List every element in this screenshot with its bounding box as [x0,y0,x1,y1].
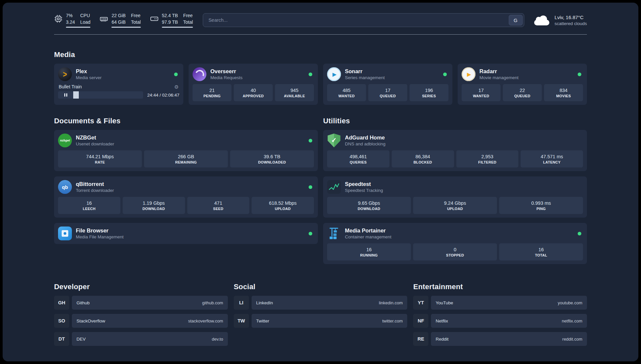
cpu-percent: 7% [66,13,75,18]
section-title-documents: Documents & Files [54,117,318,125]
memory-free-label: Free [131,13,141,18]
stat-tile: 834 MOVIES [544,84,583,101]
bookmark-linkedin[interactable]: LI LinkedIn linkedin.com [234,296,408,310]
bookmark-stackoverflow[interactable]: SO StackOverflow stackoverflow.com [54,314,228,328]
section-title-media: Media [54,50,587,59]
bookmark-name: Github [76,300,90,305]
media-section: Media Plex Media server Bullet Train [54,50,587,105]
filebrowser-icon [58,227,72,240]
stat-tile: 266 GB REMAINING [144,150,228,167]
bookmark-abbr: GH [54,296,69,310]
bookmark-abbr: SO [54,314,69,328]
service-name: Radarr [479,68,574,75]
stat-label: FILTERED [478,160,496,164]
stat-tile: 945 AVAILABLE [275,84,314,101]
stat-label: STOPPED [446,253,464,257]
stat-value: 22 [520,88,525,93]
weather-widget[interactable]: Lviv, 16.87°C scattered clouds [534,15,587,26]
service-card-speedtest[interactable]: Speedtest Speedtest Tracking 9.65 Gbps D… [323,176,587,218]
search-input[interactable] [203,13,524,27]
bookmark-abbr: YT [413,296,428,310]
sonarr-icon [327,67,341,81]
bookmark-netflix[interactable]: NF Netflix netflix.com [413,314,587,328]
service-desc: Usenet downloader [76,141,305,146]
stat-label: UPLOAD [447,207,463,211]
stat-value: 9.65 Gbps [358,200,380,206]
bookmark-group-developer: Developer GH Github github.com SO StackO… [54,283,228,346]
overseerr-icon [193,67,206,81]
stat-value: 618.52 Mbps [269,200,297,206]
stat-value: 16 [86,200,92,206]
playback-time: 24:44 / 02:06:47 [147,93,179,98]
section-title-developer: Developer [54,283,228,291]
stat-value: 86,384 [415,154,430,159]
playback-progress-bar[interactable] [73,91,143,99]
qbittorrent-icon [58,180,72,194]
disk-free: 52.4 TB [162,13,178,18]
stat-value: 471 [214,200,222,206]
stat-value: 0.993 ms [531,200,551,206]
bookmark-reddit[interactable]: RE Reddit reddit.com [413,332,587,346]
bookmark-dev[interactable]: DT DEV dev.to [54,332,228,346]
service-name: qBittorrent [76,181,305,188]
pause-button[interactable] [58,91,73,99]
stat-tile: 9.24 Gbps UPLOAD [413,197,497,214]
stat-value: 485 [343,88,351,93]
service-card-radarr[interactable]: Radarr Movie management 17 WANTED 22 QUE… [458,64,587,105]
service-desc: Speedtest Tracking [345,188,583,193]
service-card-nzbget[interactable]: NZBGet Usenet downloader 744.21 Mbps RAT… [54,130,318,171]
plex-icon [58,67,72,81]
stat-label: LEECH [83,207,96,211]
stat-label: DOWNLOADED [258,160,286,164]
bookmark-github[interactable]: GH Github github.com [54,296,228,310]
stat-label: SERIES [422,94,436,98]
stat-tile: 618.52 Mbps UPLOAD [252,197,314,214]
service-card-qbittorrent[interactable]: qBittorrent Torrent downloader 16 LEECH … [54,176,318,218]
settings-gear-icon[interactable] [174,84,179,89]
bookmark-group-social: Social LI LinkedIn linkedin.com TW Twitt… [234,283,408,346]
cloud-icon [534,20,549,25]
weather-condition: scattered clouds [555,21,587,26]
service-card-filebrowser[interactable]: File Browser Media File Management [54,223,318,244]
memory-icon [100,15,108,23]
service-card-adguard[interactable]: AdGuard Home DNS and adblocking 498,461 … [323,130,587,171]
service-card-portainer[interactable]: Media Portainer Container management 16 … [323,223,587,264]
service-card-sonarr[interactable]: Sonarr Series management 485 WANTED 17 Q… [323,64,452,105]
stat-tile: 39.6 TB DOWNLOADED [230,150,314,167]
stat-label: WANTED [338,94,354,98]
bookmark-name: LinkedIn [256,300,273,305]
stat-label: UPLOAD [275,207,291,211]
service-desc: Media server [76,75,170,80]
portainer-icon [327,227,341,240]
search-provider-button[interactable]: G [509,15,523,25]
bookmark-youtube[interactable]: YT YouTube youtube.com [413,296,587,310]
stat-label: RATE [95,160,105,164]
stat-value: 196 [425,88,433,93]
service-card-overseerr[interactable]: Overseerr Media Requests 21 PENDING 40 A… [189,64,318,105]
disk-total-label: Total [183,19,193,25]
memory-free: 22 GiB [111,13,126,18]
bookmark-twitter[interactable]: TW Twitter twitter.com [234,314,408,328]
stat-label: WANTED [473,94,489,98]
stat-tile: 22 QUEUED [503,84,542,101]
service-name: Plex [76,68,170,75]
speedtest-icon [327,180,341,194]
stat-value: 39.6 TB [264,154,281,159]
cpu-icon [54,15,63,23]
stat-label: REMAINING [175,160,197,164]
topbar-divider [54,34,587,35]
service-card-plex[interactable]: Plex Media server Bullet Train 24:44 / 0… [54,64,183,105]
bookmark-abbr: RE [413,332,428,346]
status-dot [309,185,312,189]
memory-total: 64 GiB [111,19,126,25]
service-desc: Series management [345,75,439,80]
stat-label: APPROVED [243,94,264,98]
stat-label: PING [536,207,546,211]
stat-value: 498,461 [350,154,367,159]
bookmarks-area: Developer GH Github github.com SO StackO… [54,283,587,346]
stat-tile: 9.65 Gbps DOWNLOAD [327,197,411,214]
plex-now-playing: Bullet Train 24:44 / 02:06:47 [58,84,179,99]
cpu-load-label: Load [80,19,90,25]
service-name: Sonarr [345,68,439,75]
stat-tile: 498,461 QUERIES [327,150,389,167]
